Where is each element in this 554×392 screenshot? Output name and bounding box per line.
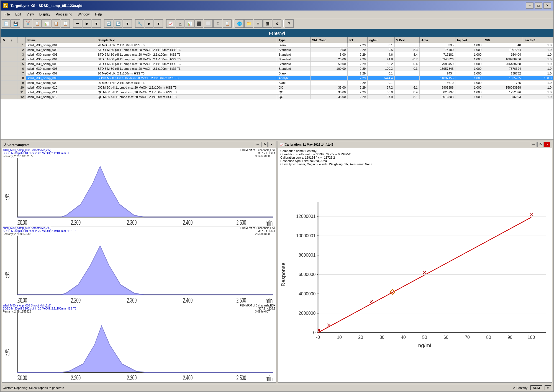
cell-type: Standard bbox=[277, 57, 311, 62]
close-button[interactable]: ✕ bbox=[543, 2, 551, 9]
table-row[interactable]: 2 sdsd_M30_samp_002 STD 1 M-30 pill 11 c… bbox=[1, 48, 553, 52]
trace-1-sample-id: sdsd_M30_samp_008 Smooth(Mn,2x2) bbox=[3, 149, 51, 152]
row-icon-1 bbox=[1, 62, 9, 66]
table-row[interactable]: 12 sdsd_M30_samp_012 QC M-30 pill 11 cmp… bbox=[1, 95, 553, 99]
row-icon-1 bbox=[1, 52, 9, 57]
toolbar-btn17[interactable]: 📈 bbox=[166, 19, 175, 28]
col-sn[interactable]: S/N bbox=[483, 37, 523, 43]
table-row[interactable]: 10 sdsd_M30_samp_010 QC M-30 pill 11 cmp… bbox=[1, 85, 553, 90]
cell-rt: 2.29 bbox=[348, 76, 368, 81]
toolbar-btn4[interactable]: 📋 bbox=[33, 19, 42, 28]
cell-area: 335 bbox=[419, 43, 455, 48]
toolbar-btn21[interactable]: ⬜ bbox=[204, 19, 213, 28]
menu-window[interactable]: Window bbox=[75, 12, 93, 17]
table-row[interactable]: 5 sdsd_M30_samp_005 STD 4 M-30 pill 11 c… bbox=[1, 62, 553, 66]
svg-text:×: × bbox=[529, 211, 533, 218]
toolbar-btn5[interactable]: 📊 bbox=[42, 19, 51, 28]
table-row[interactable]: 4 sdsd_M30_samp_004 STD 3 M-30 pill 11 c… bbox=[1, 57, 553, 62]
table-row[interactable]: 8 sdsd_M30_samp_008 SDSD M-30 pill 8 100… bbox=[1, 76, 553, 81]
cell-pctdev: 0.3 bbox=[394, 66, 419, 71]
toolbar-btn25[interactable]: 📁 bbox=[244, 19, 253, 28]
col-inj-vol[interactable]: Inj. Vol bbox=[455, 37, 483, 43]
calib-close-btn[interactable]: ✕ bbox=[544, 142, 550, 147]
maximize-button[interactable]: □ bbox=[535, 2, 542, 9]
col-name[interactable]: Name bbox=[26, 37, 96, 43]
row-icon-2 bbox=[9, 57, 17, 62]
row-number: 2 bbox=[17, 48, 26, 52]
col-std-conc[interactable]: Std. Conc bbox=[310, 37, 348, 43]
row-icon-1 bbox=[1, 81, 9, 85]
toolbar-btn20[interactable]: ⬛ bbox=[194, 19, 203, 28]
title-bar-left: TL TargetLynx XS - SDSD_samp_051123a.qld bbox=[3, 3, 82, 8]
col-area[interactable]: Area bbox=[419, 37, 455, 43]
menu-file[interactable]: File bbox=[2, 12, 12, 17]
table-row[interactable]: 6 sdsd_M30_samp_006 STD 5 M-30 pill 11 c… bbox=[1, 66, 553, 71]
cell-type: Standard bbox=[277, 48, 311, 52]
toolbar-btn22[interactable]: Σ bbox=[213, 19, 222, 28]
toolbar-btn11[interactable]: 🔄 bbox=[104, 19, 113, 28]
svg-text:30: 30 bbox=[379, 335, 384, 340]
toolbar-new[interactable]: 📄 bbox=[2, 19, 11, 28]
col-rt[interactable]: RT bbox=[348, 37, 368, 43]
toolbar-btn16[interactable]: ▼ bbox=[154, 19, 163, 28]
toolbar-btn12[interactable]: 🔃 bbox=[114, 19, 122, 28]
toolbar-btn8[interactable]: ⬅ bbox=[73, 19, 82, 28]
cell-sn: 725 bbox=[483, 81, 523, 85]
toolbar-btn6[interactable]: 📋 bbox=[52, 19, 60, 28]
cell-type: Blank bbox=[277, 81, 311, 85]
chrom-minimize-btn[interactable]: — bbox=[255, 142, 261, 147]
cell-inj-vol: 1.000 bbox=[455, 85, 483, 90]
row-icon-2 bbox=[9, 48, 17, 52]
calib-restore-btn[interactable]: ⧉ bbox=[537, 142, 543, 147]
toolbar-btn10[interactable]: ▼ bbox=[92, 19, 101, 28]
table-row[interactable]: 7 sdsd_M30_samp_007 20 MeOH blk; 2.1x100… bbox=[1, 71, 553, 76]
toolbar-btn23[interactable]: 📋 bbox=[223, 19, 232, 28]
row-icon-1 bbox=[1, 71, 9, 76]
cell-inj-vol: 1.000 bbox=[455, 62, 483, 66]
toolbar-btn9[interactable]: ▶ bbox=[83, 19, 91, 28]
col-ngml[interactable]: ng/ml bbox=[368, 37, 395, 43]
minimize-button[interactable]: – bbox=[526, 2, 534, 9]
toolbar-help[interactable]: ? bbox=[285, 19, 294, 28]
cell-sample-text: STD 1 M-30 pill 11 cmpd mix; 20 MeOH; 2.… bbox=[96, 48, 277, 52]
menu-edit[interactable]: Edit bbox=[12, 12, 24, 17]
toolbar-btn18[interactable]: △ bbox=[176, 19, 184, 28]
toolbar-btn15[interactable]: ▶ bbox=[145, 19, 153, 28]
toolbar-btn19[interactable]: 📊 bbox=[185, 19, 194, 28]
toolbar-btn14[interactable]: 🔧 bbox=[135, 19, 144, 28]
toolbar-btn3[interactable]: ✂️ bbox=[23, 19, 32, 28]
col-pctdev[interactable]: %Dev bbox=[394, 37, 419, 43]
table-row[interactable]: 1 sdsd_M30_samp_001 20 MeOH blk; 2.1x100… bbox=[1, 43, 553, 48]
cell-name: sdsd_M30_samp_005 bbox=[26, 62, 96, 66]
trace-2-desc: SDSD M-30 pill 8 100x dil in 20 MeOH; 2.… bbox=[3, 229, 76, 233]
menu-display[interactable]: Display bbox=[37, 12, 53, 17]
cell-sn: 40 bbox=[483, 43, 523, 48]
menu-view[interactable]: View bbox=[24, 12, 37, 17]
col-factor1[interactable]: Factor1 bbox=[523, 37, 553, 43]
toolbar-save[interactable]: 💾 bbox=[11, 19, 20, 28]
chrom-close-btn[interactable]: ✕ bbox=[268, 142, 274, 147]
toolbar-btn7[interactable]: 📋 bbox=[61, 19, 70, 28]
toolbar-btn13[interactable]: ▼ bbox=[123, 19, 132, 28]
toolbar-btn26[interactable]: ≡ bbox=[254, 19, 263, 28]
col-sample-text[interactable]: Sample Text bbox=[96, 37, 277, 43]
menu-help[interactable]: Help bbox=[92, 12, 105, 17]
cell-sample-text: STD 5 M-30 pill 11 cmpd mix; 20 MeOH; 2.… bbox=[96, 66, 277, 71]
cell-inj-vol: 1.000 bbox=[455, 48, 483, 52]
table-row[interactable]: 9 sdsd_M30_samp_009 20 MeOH blk; 2.1x100… bbox=[1, 81, 553, 85]
cell-std-conc bbox=[310, 76, 348, 81]
col-type[interactable]: Type bbox=[277, 37, 311, 43]
chrom-restore-btn[interactable]: ⧉ bbox=[261, 142, 268, 147]
trace-2-transition: 337.2 > 105.1 bbox=[258, 229, 275, 233]
table-row[interactable]: 3 sdsd_M30_samp_003 STD 2 M-30 pill 11 c… bbox=[1, 52, 553, 57]
calib-minimize-btn[interactable]: — bbox=[531, 142, 537, 147]
toolbar-btn28[interactable]: 🖨 bbox=[273, 19, 281, 28]
title-bar: TL TargetLynx XS - SDSD_samp_051123a.qld… bbox=[1, 1, 553, 11]
cell-area: 5610 bbox=[419, 81, 455, 85]
toolbar-btn27[interactable]: ▦ bbox=[263, 19, 272, 28]
menu-processing[interactable]: Processing bbox=[53, 12, 75, 17]
table-row[interactable]: 11 sdsd_M30_samp_011 QC M-30 pill 11 cmp… bbox=[1, 90, 553, 95]
row-number: 6 bbox=[17, 66, 26, 71]
trace-3-sample-id: sdsd_M30_samp_008 Smooth(Mn,2x2) bbox=[3, 304, 51, 307]
toolbar-btn24[interactable]: 🌐 bbox=[235, 19, 244, 28]
